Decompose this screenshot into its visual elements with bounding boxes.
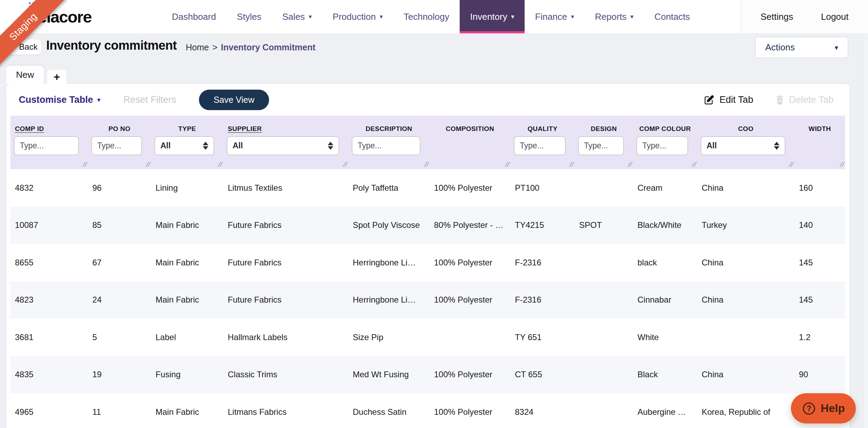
edit-pencil-icon <box>704 95 714 105</box>
table-cell-supplier: Hallmark Labels <box>223 332 348 342</box>
nav-item-reports[interactable]: Reports▾ <box>585 0 644 33</box>
trash-icon <box>775 95 784 105</box>
column-resize-grip[interactable] <box>82 162 87 167</box>
table-cell-quality: F-2316 <box>510 258 575 268</box>
breadcrumb-home[interactable]: Home <box>186 42 209 52</box>
nav-item-finance[interactable]: Finance▾ <box>525 0 585 33</box>
column-header-po-no[interactable]: PO NO <box>88 125 151 133</box>
column-header-coo[interactable]: COO <box>697 125 794 133</box>
table-toolbar: Customise Table ▾ Reset Filters Save Vie… <box>6 84 850 116</box>
filter-po-no-input[interactable] <box>91 136 142 155</box>
column-header-supplier[interactable]: SUPPLIER <box>223 125 348 133</box>
column-resize-grip[interactable] <box>217 162 223 167</box>
table-cell-description: Spot Poly Viscose <box>348 220 429 230</box>
add-tab-button[interactable]: + <box>47 70 66 84</box>
table-row[interactable]: 496511Main FabricLitmans FabricsDuchess … <box>10 393 845 428</box>
table-cell-comp-colour: Black <box>633 370 697 379</box>
filter-comp-id-input[interactable] <box>14 136 79 155</box>
table-row[interactable]: 483519FusingClassic TrimsMed Wt Fusing10… <box>10 356 845 394</box>
back-button[interactable]: ← Back <box>3 39 42 55</box>
help-button[interactable]: ? Help <box>791 393 856 423</box>
filter-cell-description <box>348 133 429 169</box>
filter-cell-comp-id <box>10 133 88 169</box>
column-header-comp-colour[interactable]: COMP COLOUR <box>633 125 697 133</box>
column-header-quality[interactable]: QUALITY <box>510 125 575 133</box>
save-view-button[interactable]: Save View <box>199 90 269 110</box>
column-header-design[interactable]: DESIGN <box>575 125 633 133</box>
table-cell-po-no: 5 <box>88 332 151 342</box>
table-row[interactable]: 36815LabelHallmark LabelsSize PipTY 651W… <box>10 319 845 356</box>
filter-comp-colour-input[interactable] <box>636 136 688 155</box>
back-button-label: Back <box>19 42 37 52</box>
table-cell-composition: 100% Polyester <box>429 407 510 417</box>
column-resize-grip[interactable] <box>423 162 429 167</box>
breadcrumb-current[interactable]: Inventory Commitment <box>221 42 315 52</box>
column-resize-grip[interactable] <box>691 162 697 167</box>
nav-item-logout[interactable]: Logout <box>807 11 862 22</box>
column-header-comp-id[interactable]: COMP ID <box>10 125 88 133</box>
table-row[interactable]: 865567Main FabricFuture FabricsHerringbo… <box>10 244 845 281</box>
nav-item-technology[interactable]: Technology <box>393 0 460 33</box>
tab-new[interactable]: New <box>6 66 44 84</box>
table-cell-supplier: Future Fabrics <box>223 258 348 268</box>
table-cell-coo: China <box>697 258 794 268</box>
column-resize-grip[interactable] <box>504 162 510 167</box>
filter-quality-input[interactable] <box>514 136 566 155</box>
filter-cell-width <box>794 133 845 169</box>
table-cell-comp-colour: Cinnabar <box>633 295 697 305</box>
column-header-description[interactable]: DESCRIPTION <box>348 125 429 133</box>
column-header-width[interactable]: WIDTH <box>794 125 845 133</box>
select-spinner-icon <box>203 142 208 150</box>
delete-tab-button[interactable]: Delete Tab <box>775 94 834 105</box>
table-cell-coo: China <box>697 370 794 379</box>
chevron-down-icon: ▾ <box>631 13 634 20</box>
page-title: Inventory commitment <box>46 38 177 53</box>
filter-design-input[interactable] <box>578 136 624 155</box>
filter-supplier-select[interactable]: All <box>227 136 339 155</box>
filter-cell-type: All <box>151 133 223 169</box>
nav-item-dashboard[interactable]: Dashboard <box>161 0 226 33</box>
table-row[interactable]: 1008785Main FabricFuture FabricsSpot Pol… <box>10 207 845 244</box>
nav-item-contacts[interactable]: Contacts <box>644 0 701 33</box>
nav-item-settings[interactable]: Settings <box>747 11 807 22</box>
column-resize-grip[interactable] <box>145 162 151 167</box>
select-spinner-icon <box>328 142 333 150</box>
column-resize-grip[interactable] <box>342 162 348 167</box>
filter-type-select[interactable]: All <box>155 136 214 155</box>
table-cell-description: Size Pip <box>348 332 429 342</box>
actions-label: Actions <box>765 42 795 53</box>
nav-item-inventory[interactable]: Inventory▾ <box>460 0 525 33</box>
table-cell-comp-id: 4832 <box>10 183 88 193</box>
table-cell-po-no: 67 <box>88 258 151 268</box>
table-cell-description: Duchess Satin <box>348 407 429 417</box>
table-cell-type: Lining <box>151 183 223 193</box>
select-spinner-icon <box>774 142 779 150</box>
brand-logo: telacore <box>33 0 120 33</box>
table-cell-po-no: 85 <box>88 220 151 230</box>
nav-item-styles[interactable]: Styles <box>226 0 272 33</box>
table-row[interactable]: 482324Main FabricFuture FabricsHerringbo… <box>10 281 845 319</box>
reset-filters-button[interactable]: Reset Filters <box>124 94 176 105</box>
customise-table-button[interactable]: Customise Table ▾ <box>19 94 101 105</box>
page-scrollbar[interactable] <box>863 34 868 428</box>
nav-item-sales[interactable]: Sales▾ <box>272 0 322 33</box>
filter-description-input[interactable] <box>352 136 420 155</box>
filter-coo-select[interactable]: All <box>701 136 785 155</box>
column-resize-grip[interactable] <box>788 162 794 167</box>
table-cell-quality: PT100 <box>510 183 575 193</box>
column-header-composition[interactable]: COMPOSITION <box>429 125 510 133</box>
column-resize-grip[interactable] <box>627 162 633 167</box>
breadcrumb: Home > Inventory Commitment <box>186 42 316 52</box>
nav-item-production[interactable]: Production▾ <box>322 0 393 33</box>
column-resize-grip[interactable] <box>839 162 845 167</box>
table-cell-coo: Turkey <box>697 220 794 230</box>
table-cell-composition: 80% Polyester - … <box>429 220 510 230</box>
table-cell-comp-id: 4823 <box>10 295 88 305</box>
table-row[interactable]: 483296LiningLitmus TextilesPoly Taffetta… <box>10 169 845 207</box>
table-cell-quality: F-2316 <box>510 295 575 305</box>
column-resize-grip[interactable] <box>568 162 574 167</box>
column-header-type[interactable]: TYPE <box>151 125 223 133</box>
actions-dropdown-button[interactable]: Actions ▾ <box>755 37 848 58</box>
filter-cell-po-no <box>88 133 151 169</box>
edit-tab-button[interactable]: Edit Tab <box>704 94 753 105</box>
